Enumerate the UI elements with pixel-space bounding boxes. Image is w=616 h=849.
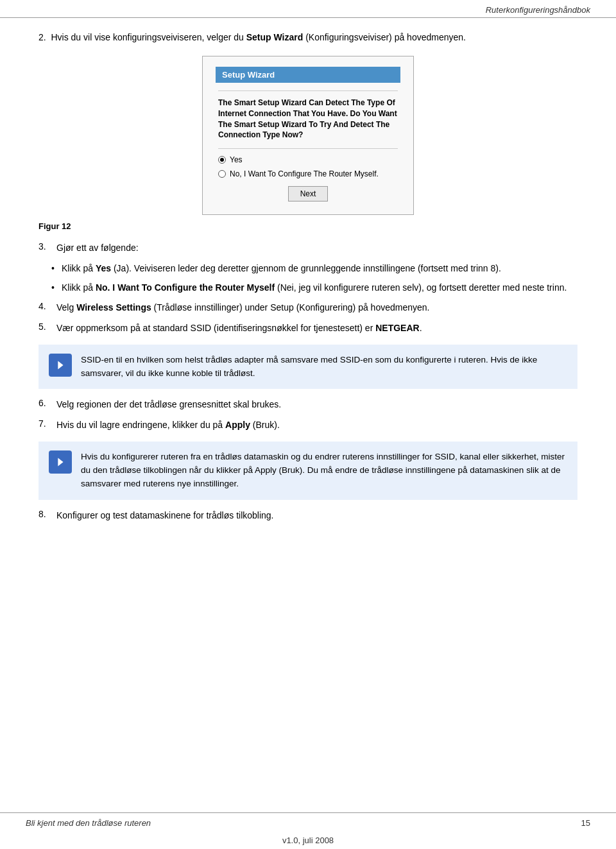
step5-bold: NETGEAR (375, 323, 419, 333)
step6-num: 6. (38, 398, 54, 408)
arrow-right-icon-2 (53, 455, 67, 469)
bullet2-bold: No. I Want To Configure the Router Mysel… (96, 282, 275, 293)
wizard-separator (218, 90, 398, 91)
footer-page-number: 15 (581, 818, 590, 828)
step7-item: 7. Hvis du vil lagre endringene, klikker… (38, 418, 578, 433)
step5-item: 5. Vær oppmerksom på at standard SSID (i… (38, 322, 578, 336)
wizard-title: Setup Wizard (222, 70, 275, 80)
step4-text: Velg Wireless Settings (Trådløse innstil… (56, 301, 578, 315)
step3-num: 3. (38, 241, 54, 252)
note-icon-2 (49, 450, 72, 474)
step7-after: (Bruk). (250, 420, 280, 430)
wizard-option-no[interactable]: No, I Want To Configure The Router Mysel… (218, 169, 398, 178)
footer-version: v1.0, juli 2008 (0, 833, 616, 849)
footer-wrapper: Bli kjent med den trådløse ruteren 15 v1… (0, 812, 616, 849)
step6-item: 6. Velg regionen der det trådløse grense… (38, 398, 578, 412)
note2-text: Hvis du konfigurerer ruteren fra en tråd… (81, 450, 567, 491)
note-box-1: SSID-en til en hvilken som helst trådløs… (38, 345, 578, 390)
bullet-list: Klikk på Yes (Ja). Veiviseren leder deg … (51, 262, 578, 295)
step2-bold: Setup Wizard (246, 32, 304, 42)
bullet2-after: (Nei, jeg vil konfigurere ruteren selv),… (275, 282, 567, 293)
step5-after: . (420, 323, 422, 333)
wizard-content: The Smart Setup Wizard Can Detect The Ty… (216, 90, 400, 202)
step5-text: Vær oppmerksom på at standard SSID (iden… (56, 322, 578, 336)
no-radio[interactable] (218, 170, 226, 178)
next-button[interactable]: Next (288, 186, 329, 202)
wizard-option-yes[interactable]: Yes (218, 155, 398, 164)
yes-label: Yes (230, 155, 243, 164)
footer-left-text: Bli kjent med den trådløse ruteren (26, 818, 151, 828)
bullet1-bold: Yes (96, 263, 111, 273)
figur-label-text: Figur 12 (38, 221, 71, 231)
page-header: Ruterkonfigureringshåndbok (0, 0, 616, 18)
bullet2-before: Klikk på (62, 282, 96, 293)
step4-item: 4. Velg Wireless Settings (Trådløse inns… (38, 301, 578, 315)
bullet-item-1: Klikk på Yes (Ja). Veiviseren leder deg … (51, 262, 578, 276)
step8-item: 8. Konfigurer og test datamaskinene for … (38, 509, 578, 523)
step3-text: Gjør ett av følgende: (56, 241, 578, 255)
note-box-2: Hvis du konfigurerer ruteren fra en tråd… (38, 442, 578, 500)
note-icon-1 (49, 354, 72, 377)
step5-before: Vær oppmerksom på at standard SSID (iden… (56, 323, 375, 333)
step3-item: 3. Gjør ett av følgende: (38, 241, 578, 255)
no-label: No, I Want To Configure The Router Mysel… (230, 169, 379, 178)
wizard-screenshot: Setup Wizard The Smart Setup Wizard Can … (202, 56, 414, 215)
header-title: Ruterkonfigureringshåndbok (486, 5, 590, 15)
step2-number: 2. (38, 32, 49, 42)
step7-num: 7. (38, 418, 54, 429)
page-footer: Bli kjent med den trådløse ruteren 15 (0, 812, 616, 833)
bullet1-before: Klikk på (62, 263, 96, 273)
step7-text: Hvis du vil lagre endringene, klikker du… (56, 418, 578, 433)
bullet1-after: (Ja). Veiviseren leder deg deretter gjen… (111, 263, 501, 273)
wizard-question: The Smart Setup Wizard Can Detect The Ty… (218, 98, 398, 141)
step5-num: 5. (38, 322, 54, 332)
step4-num: 4. (38, 301, 54, 311)
step7-bold: Apply (225, 420, 250, 430)
page-container: Ruterkonfigureringshåndbok 2. Hvis du vi… (0, 0, 616, 849)
step2-text-before: Hvis du vil vise konfiguringsveiviseren,… (51, 32, 246, 42)
step7-before: Hvis du vil lagre endringene, klikker du… (56, 420, 225, 430)
wizard-title-bar: Setup Wizard (216, 67, 400, 83)
step2-intro: 2. Hvis du vil vise konfiguringsveiviser… (38, 31, 578, 44)
step2-text-after: (Konfiguringsveiviser) på hovedmenyen. (303, 32, 466, 42)
main-content: 2. Hvis du vil vise konfiguringsveiviser… (0, 18, 616, 812)
step4-before: Velg (56, 302, 76, 313)
step6-text: Velg regionen der det trådløse grensesni… (56, 398, 578, 412)
arrow-right-icon (53, 358, 67, 372)
step4-bold: Wireless Settings (76, 302, 151, 313)
figur-label: Figur 12 (38, 221, 578, 231)
wizard-separator2 (218, 148, 398, 149)
note1-text: SSID-en til en hvilken som helst trådløs… (81, 354, 567, 381)
bullet-item-2: Klikk på No. I Want To Configure the Rou… (51, 281, 578, 295)
yes-radio[interactable] (218, 156, 226, 164)
step8-num: 8. (38, 509, 54, 519)
step4-after: (Trådløse innstillinger) under Setup (Ko… (151, 302, 430, 313)
step8-text: Konfigurer og test datamaskinene for trå… (56, 509, 578, 523)
